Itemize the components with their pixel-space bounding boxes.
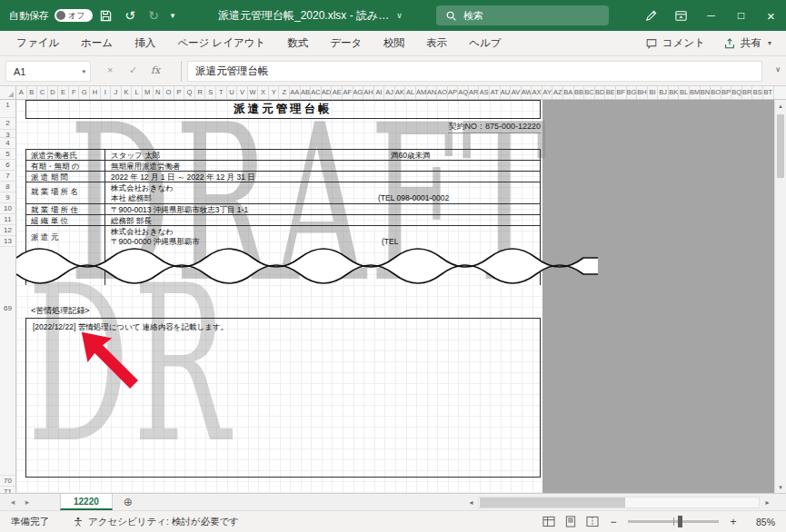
page-layout-view-button[interactable] — [564, 516, 577, 527]
ribbon-tab[interactable]: データ — [319, 31, 373, 55]
column-header[interactable]: L — [132, 86, 143, 99]
column-header[interactable]: K — [122, 86, 133, 99]
field-value[interactable]: 株式会社おきなわ — [111, 227, 174, 236]
zoom-slider-thumb[interactable] — [678, 516, 682, 527]
field-value[interactable]: 2022 年 12 月 1 日 ～ 2022 年 12 月 31 日 — [111, 172, 255, 182]
column-header[interactable]: O — [164, 86, 174, 99]
column-header[interactable]: Z — [279, 86, 290, 99]
column-header[interactable]: BC — [584, 86, 595, 99]
row-header[interactable]: 5 — [0, 149, 15, 160]
ribbon-tab[interactable]: 表示 — [415, 31, 458, 55]
minimize-button[interactable]: ─ — [696, 0, 726, 31]
select-all-corner[interactable] — [0, 86, 16, 99]
column-header[interactable]: BB — [574, 86, 585, 99]
column-header[interactable]: Q — [184, 86, 195, 99]
expand-formula-bar-icon[interactable]: ∨ — [775, 65, 781, 74]
column-header[interactable]: AP — [448, 86, 459, 99]
column-header[interactable]: AG — [353, 86, 364, 99]
complaint-section-title[interactable]: <苦情処理記録> — [31, 305, 90, 317]
row-header[interactable]: 11 — [0, 214, 15, 225]
row-header[interactable]: 7 — [0, 171, 15, 182]
chevron-down-icon[interactable]: ▾ — [82, 68, 85, 75]
sheet-nav-right-icon[interactable]: ▸ — [20, 498, 35, 507]
field-label[interactable]: 派遣労働者氏 — [31, 151, 77, 160]
autosave-pill[interactable]: オフ — [55, 9, 93, 22]
column-header[interactable]: I — [101, 86, 112, 99]
ribbon-tab[interactable]: 挿入 — [124, 31, 166, 55]
column-header[interactable]: AY — [542, 86, 553, 99]
ribbon-tab[interactable]: ホーム — [70, 31, 124, 55]
scroll-up-icon[interactable]: ▴ — [775, 100, 786, 112]
field-value-2[interactable]: 〒900-0000 沖縄県那覇市 — [111, 237, 200, 246]
column-header[interactable]: D — [48, 86, 59, 99]
column-header[interactable]: AE — [332, 86, 343, 99]
column-header[interactable]: BD — [595, 86, 606, 99]
normal-view-button[interactable] — [542, 516, 555, 527]
column-header[interactable]: AO — [437, 86, 448, 99]
column-header[interactable]: BP — [721, 86, 732, 99]
zoom-level[interactable]: 85% — [748, 517, 775, 527]
ink-pen-button[interactable] — [636, 0, 666, 31]
column-header[interactable]: AW — [522, 86, 532, 99]
accessibility-status[interactable]: アクセシビリティ: 検討が必要です — [73, 516, 239, 528]
column-header[interactable]: AU — [501, 86, 512, 99]
column-header[interactable]: BF — [616, 86, 627, 99]
scroll-left-icon[interactable]: ◂ — [465, 497, 477, 508]
column-header[interactable]: BG — [627, 86, 638, 99]
column-header[interactable]: AC — [311, 86, 322, 99]
spreadsheet-canvas[interactable]: DRAFT DRAFT 派遣元管理台帳 契約NO：875-000-12220 派… — [16, 100, 774, 493]
column-header[interactable]: J — [111, 86, 122, 99]
scroll-right-icon[interactable]: ▸ — [761, 497, 773, 508]
row-header[interactable]: 10 — [0, 203, 15, 214]
row-header[interactable]: 70 — [0, 476, 15, 487]
field-label[interactable]: 派 遣 期 間 — [31, 172, 68, 182]
column-header[interactable]: AB — [301, 86, 312, 99]
field-value[interactable]: 〒900-0013 沖縄県那覇市牧志3丁目 1-1 — [111, 205, 248, 214]
zoom-slider[interactable] — [628, 520, 719, 523]
cancel-icon[interactable]: × — [107, 64, 113, 75]
horizontal-scrollbar-thumb[interactable] — [480, 498, 625, 507]
field-value[interactable]: 株式会社おきなわ — [111, 183, 174, 192]
column-header[interactable]: AN — [427, 86, 438, 99]
column-header[interactable]: BI — [648, 86, 659, 99]
column-header[interactable]: BK — [669, 86, 680, 99]
row-header[interactable]: 9 — [0, 192, 15, 203]
row-header[interactable]: 69 — [0, 303, 15, 476]
column-header[interactable]: AL — [405, 86, 416, 99]
row-header[interactable] — [0, 247, 15, 303]
column-header[interactable]: BA — [563, 86, 574, 99]
column-header[interactable]: AZ — [552, 86, 563, 99]
field-value[interactable]: スタッフ 太郎 — [111, 151, 160, 160]
field-label[interactable]: 組 織 単 位 — [31, 216, 68, 225]
column-header[interactable]: H — [90, 86, 101, 99]
column-header[interactable]: Y — [269, 86, 280, 99]
maximize-button[interactable]: □ — [726, 0, 756, 31]
new-she et-icon[interactable]: ⊕ — [124, 496, 133, 508]
column-header[interactable]: A — [16, 86, 27, 99]
field-label[interactable]: 就 業 場 所 名 — [31, 187, 78, 196]
ribbon-tab[interactable]: ページ レイアウト — [166, 31, 276, 55]
ribbon-tab[interactable]: ヘルプ — [458, 31, 512, 55]
field-value[interactable]: 無期雇用派遣労働者 — [111, 162, 181, 171]
share-button[interactable]: 共有 ▾ — [723, 36, 771, 50]
row-header[interactable]: 1 — [0, 100, 15, 118]
field-label[interactable]: 就 業 場 所 住 — [31, 205, 78, 214]
column-header[interactable]: BS — [752, 86, 763, 99]
ribbon-tab[interactable]: ファイル — [5, 31, 70, 55]
row-header[interactable]: 13 — [0, 236, 15, 247]
red-arrow-annotation[interactable] — [75, 325, 147, 398]
column-header[interactable]: M — [143, 86, 154, 99]
column-header[interactable]: AT — [490, 86, 501, 99]
field-label[interactable]: 派 遣 元 — [31, 232, 58, 241]
ribbon-tab[interactable]: 校閲 — [373, 31, 415, 55]
column-header[interactable]: B — [27, 86, 38, 99]
column-header[interactable]: BQ — [731, 86, 742, 99]
comments-button[interactable]: コメント — [645, 36, 705, 50]
column-header[interactable]: AJ — [384, 86, 395, 99]
column-header[interactable]: AF — [343, 86, 353, 99]
column-header[interactable]: BE — [605, 86, 616, 99]
column-header[interactable]: AK — [395, 86, 406, 99]
name-box[interactable]: A1 ▾ — [5, 61, 91, 82]
column-header[interactable]: BO — [711, 86, 721, 99]
column-header[interactable]: S — [205, 86, 216, 99]
